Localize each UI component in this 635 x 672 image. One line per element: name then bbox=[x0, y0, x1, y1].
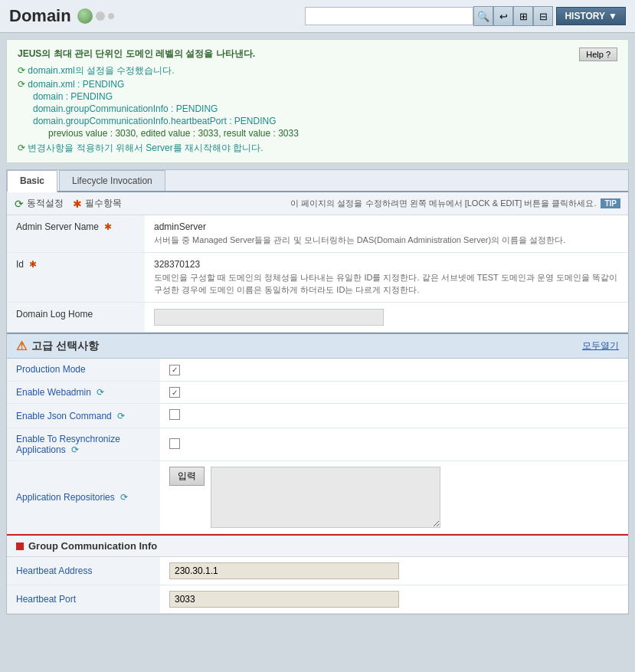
group-comm-title: Group Communication Info bbox=[28, 540, 157, 552]
enable-webadmin-label: Enable Webadmin ⟳ bbox=[7, 381, 160, 404]
info-line-3: domain : PENDING bbox=[18, 91, 617, 102]
refresh-button[interactable]: ↩ bbox=[493, 6, 513, 26]
id-text: 328370123 bbox=[154, 259, 619, 270]
heartbeat-address-input[interactable] bbox=[169, 562, 399, 579]
admin-server-name-desc: 서버들 중 Managed Server들을 관리 및 모니터링하는 DAS(D… bbox=[154, 234, 619, 246]
search-bar: 🔍 ↩ ⊞ ⊟ bbox=[305, 6, 553, 26]
domain-log-home-label: Domain Log Home bbox=[7, 303, 145, 333]
search-button[interactable]: 🔍 bbox=[473, 6, 493, 26]
admin-server-name-value: adminServer 서버들 중 Managed Server들을 관리 및 … bbox=[145, 215, 628, 253]
heartbeat-port-input[interactable] bbox=[169, 591, 399, 608]
table-row: Enable Webadmin ⟳ bbox=[7, 381, 628, 404]
enable-json-value bbox=[160, 404, 628, 428]
app-repo-container: 입력 bbox=[169, 467, 619, 528]
id-desc: 도메인을 구성할 때 도메인의 정체성을 나타내는 유일한 ID를 지정한다. … bbox=[154, 272, 619, 296]
enable-json-checkbox[interactable] bbox=[169, 409, 180, 420]
info-line-7: ⟳ 변경사항을 적용하기 위해서 Server를 재시작해야 합니다. bbox=[18, 142, 617, 155]
id-value: 328370123 도메인을 구성할 때 도메인의 정체성을 나타내는 유일한 … bbox=[145, 253, 628, 303]
tip-text: 이 페이지의 설정을 수정하려면 왼쪽 메뉴에서 [LOCK & EDIT] 버… bbox=[290, 198, 596, 209]
heartbeat-port-label: Heartbeat Port bbox=[7, 585, 160, 614]
enable-webadmin-value bbox=[160, 381, 628, 404]
history-label: HISTORY bbox=[565, 11, 605, 21]
production-mode-checkbox[interactable] bbox=[169, 365, 180, 375]
required-marker: ✱ bbox=[104, 221, 112, 232]
toolbar: ⟳ 동적설정 ✱ 필수항목 이 페이지의 설정을 수정하려면 왼쪽 메뉴에서 [… bbox=[7, 192, 628, 215]
decorative-dots bbox=[77, 8, 114, 24]
page-title: Domain bbox=[9, 6, 71, 26]
enable-json-label: Enable Json Command ⟳ bbox=[7, 404, 160, 428]
sync-icon-repos: ⟳ bbox=[120, 492, 128, 503]
app-repo-input-button[interactable]: 입력 bbox=[169, 467, 205, 486]
required-label: ✱ 필수항목 bbox=[73, 197, 122, 210]
info-line-2: ⟳ domain.xml : PENDING bbox=[18, 79, 617, 90]
table-row: Heartbeat Address bbox=[7, 557, 628, 585]
info-line-4: domain.groupCommunicationInfo : PENDING bbox=[18, 103, 617, 114]
history-arrow-icon: ▼ bbox=[608, 11, 617, 21]
dynamic-setting-label: ⟳ 동적설정 bbox=[15, 197, 64, 210]
admin-server-name-label: Admin Server Name ✱ bbox=[7, 215, 145, 253]
toolbar-left: ⟳ 동적설정 ✱ 필수항목 bbox=[15, 197, 122, 210]
sync-icon-1: ⟳ bbox=[18, 65, 25, 76]
tab-lifecycle-label: Lifecycle Invocation bbox=[72, 175, 152, 186]
heartbeat-address-value bbox=[160, 557, 628, 585]
app-repos-label: Application Repositories ⟳ bbox=[7, 461, 160, 534]
tab-basic[interactable]: Basic bbox=[7, 170, 57, 192]
help-button[interactable]: Help ? bbox=[579, 48, 617, 61]
header-left: Domain bbox=[9, 6, 114, 26]
advanced-table: Production Mode Enable Webadmin ⟳ Enable… bbox=[7, 359, 628, 534]
app-repos-value: 입력 bbox=[160, 461, 628, 534]
tip-badge: TIP bbox=[601, 198, 620, 208]
production-mode-label: Production Mode bbox=[7, 359, 160, 381]
table-row: Admin Server Name ✱ adminServer 서버들 중 Ma… bbox=[7, 215, 628, 253]
production-mode-value bbox=[160, 359, 628, 381]
table-row: Production Mode bbox=[7, 359, 628, 381]
table-row: Domain Log Home bbox=[7, 303, 628, 333]
history-button[interactable]: HISTORY ▼ bbox=[556, 7, 626, 25]
enable-resync-checkbox[interactable] bbox=[169, 438, 180, 449]
banner-text: JEUS의 최대 관리 단위인 도메인 레벨의 설정을 나타낸다. bbox=[18, 48, 617, 61]
info-line-5: domain.groupCommunicationInfo.heartbeatP… bbox=[18, 116, 617, 126]
tab-basic-label: Basic bbox=[20, 175, 44, 186]
tab-lifecycle[interactable]: Lifecycle Invocation bbox=[59, 170, 165, 191]
app-repo-textarea[interactable] bbox=[211, 467, 440, 528]
domain-log-home-input[interactable] bbox=[154, 309, 384, 326]
group-comm-table: Heartbeat Address Heartbeat Port bbox=[7, 557, 628, 614]
expand-button[interactable]: ⊞ bbox=[513, 6, 533, 26]
required-marker: ✱ bbox=[29, 259, 37, 270]
enable-webadmin-checkbox[interactable] bbox=[169, 387, 180, 398]
required-text: 필수항목 bbox=[85, 197, 122, 210]
heartbeat-address-label: Heartbeat Address bbox=[7, 557, 160, 585]
table-row: Heartbeat Port bbox=[7, 585, 628, 614]
table-row: Enable Json Command ⟳ bbox=[7, 404, 628, 428]
group-comm-header: Group Communication Info bbox=[7, 534, 628, 557]
basic-form-table: Admin Server Name ✱ adminServer 서버들 중 Ma… bbox=[7, 215, 628, 333]
advanced-title-text: 고급 선택사항 bbox=[31, 339, 99, 353]
admin-server-name-text: adminServer bbox=[154, 221, 619, 232]
enable-resync-value bbox=[160, 428, 628, 461]
info-line-1: ⟳ domain.xml의 설정을 수정했습니다. bbox=[18, 64, 617, 77]
sync-icon-3: ⟳ bbox=[18, 143, 25, 153]
heartbeat-port-value bbox=[160, 585, 628, 614]
enable-resync-label: Enable To Resynchronize Applications ⟳ bbox=[7, 428, 160, 461]
expand-all-button[interactable]: 모두열기 bbox=[582, 339, 619, 352]
sync-icon-2: ⟳ bbox=[18, 79, 25, 90]
dynamic-label: 동적설정 bbox=[27, 197, 64, 210]
toolbar-right: 이 페이지의 설정을 수정하려면 왼쪽 메뉴에서 [LOCK & EDIT] 버… bbox=[290, 198, 620, 209]
search-input[interactable] bbox=[305, 7, 473, 25]
main-content: Basic Lifecycle Invocation ⟳ 동적설정 ✱ 필수항목… bbox=[6, 169, 629, 615]
sync-icon-resync: ⟳ bbox=[71, 444, 79, 455]
settings-button[interactable]: ⊟ bbox=[533, 6, 553, 26]
advanced-header: ⚠ 고급 선택사항 모두열기 bbox=[7, 333, 628, 359]
sync-icon-json: ⟳ bbox=[117, 411, 125, 421]
info-line-6: previous value : 3030, edited value : 30… bbox=[18, 128, 617, 139]
advanced-title: ⚠ 고급 선택사항 bbox=[16, 339, 99, 353]
header: Domain 🔍 ↩ ⊞ ⊟ HISTORY ▼ bbox=[0, 0, 635, 33]
warning-icon: ⚠ bbox=[16, 339, 27, 353]
required-icon: ✱ bbox=[73, 198, 82, 210]
info-panel: Help ? JEUS의 최대 관리 단위인 도메인 레벨의 설정을 나타낸다.… bbox=[6, 39, 629, 163]
help-label: Help ? bbox=[586, 50, 610, 59]
table-row: Id ✱ 328370123 도메인을 구성할 때 도메인의 정체성을 나타내는… bbox=[7, 253, 628, 303]
dot-gray1 bbox=[96, 11, 105, 21]
dot-gray2 bbox=[108, 13, 114, 19]
tab-bar: Basic Lifecycle Invocation bbox=[7, 170, 628, 192]
